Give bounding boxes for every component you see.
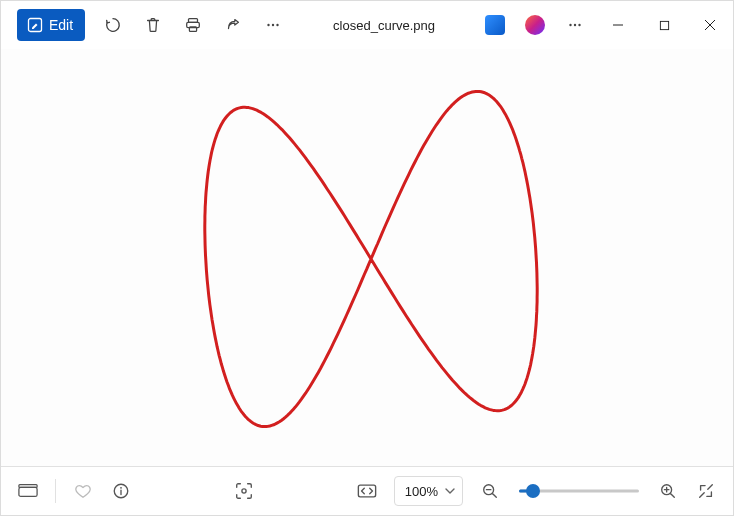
trash-icon bbox=[144, 16, 162, 34]
svg-point-14 bbox=[120, 487, 122, 489]
statusbar: 100% bbox=[1, 466, 733, 515]
window-controls bbox=[595, 5, 733, 45]
image-canvas[interactable] bbox=[1, 49, 733, 466]
svg-point-9 bbox=[578, 24, 580, 26]
filmstrip-button[interactable] bbox=[11, 474, 45, 508]
fit-screen-button[interactable] bbox=[350, 474, 384, 508]
fit-screen-icon bbox=[357, 483, 377, 499]
filmstrip-icon bbox=[18, 483, 38, 499]
zoom-out-button[interactable] bbox=[473, 474, 507, 508]
svg-point-8 bbox=[574, 24, 576, 26]
curve-image bbox=[1, 49, 733, 466]
chevron-down-icon bbox=[444, 485, 456, 497]
info-button[interactable] bbox=[104, 474, 138, 508]
svg-point-15 bbox=[242, 489, 246, 493]
print-icon bbox=[184, 16, 202, 34]
svg-point-7 bbox=[569, 24, 571, 26]
zoom-in-icon bbox=[659, 482, 677, 500]
rotate-icon bbox=[104, 16, 122, 34]
print-button[interactable] bbox=[173, 5, 213, 45]
open-in-clipchamp-button[interactable] bbox=[515, 5, 555, 45]
share-button[interactable] bbox=[213, 5, 253, 45]
open-in-photos-button[interactable] bbox=[475, 5, 515, 45]
close-icon bbox=[704, 19, 716, 31]
svg-rect-10 bbox=[660, 21, 668, 29]
favorite-button[interactable] bbox=[66, 474, 100, 508]
svg-point-4 bbox=[267, 24, 269, 26]
zoom-out-icon bbox=[481, 482, 499, 500]
svg-rect-11 bbox=[19, 487, 37, 496]
edit-icon bbox=[27, 17, 43, 33]
toolbar: Edit bbox=[1, 1, 733, 49]
rotate-button[interactable] bbox=[93, 5, 133, 45]
more-icon bbox=[264, 16, 282, 34]
more-button-right[interactable] bbox=[555, 5, 595, 45]
heart-icon bbox=[74, 482, 92, 500]
maximize-button[interactable] bbox=[641, 5, 687, 45]
zoom-slider[interactable] bbox=[519, 483, 639, 499]
svg-point-5 bbox=[272, 24, 274, 26]
detect-icon bbox=[234, 481, 254, 501]
closed-curve-path bbox=[205, 91, 537, 426]
divider bbox=[55, 479, 56, 503]
clipchamp-icon bbox=[525, 15, 545, 35]
photos-app-icon bbox=[485, 15, 505, 35]
more-button-left[interactable] bbox=[253, 5, 293, 45]
svg-rect-12 bbox=[19, 485, 37, 488]
delete-button[interactable] bbox=[133, 5, 173, 45]
info-icon bbox=[112, 482, 130, 500]
fullscreen-button[interactable] bbox=[689, 474, 723, 508]
zoom-level-select[interactable]: 100% bbox=[394, 476, 463, 506]
more-icon bbox=[566, 16, 584, 34]
minimize-icon bbox=[612, 19, 624, 31]
fullscreen-icon bbox=[697, 482, 715, 500]
svg-point-6 bbox=[276, 24, 278, 26]
edit-label: Edit bbox=[49, 17, 73, 33]
maximize-icon bbox=[659, 20, 670, 31]
share-icon bbox=[224, 16, 242, 34]
close-button[interactable] bbox=[687, 5, 733, 45]
detect-button[interactable] bbox=[227, 474, 261, 508]
edit-button[interactable]: Edit bbox=[17, 9, 85, 41]
zoom-level-label: 100% bbox=[405, 484, 438, 499]
slider-thumb[interactable] bbox=[526, 484, 540, 498]
filename-label: closed_curve.png bbox=[333, 18, 435, 33]
photos-viewer-window: Edit bbox=[0, 0, 734, 516]
zoom-in-button[interactable] bbox=[651, 474, 685, 508]
minimize-button[interactable] bbox=[595, 5, 641, 45]
